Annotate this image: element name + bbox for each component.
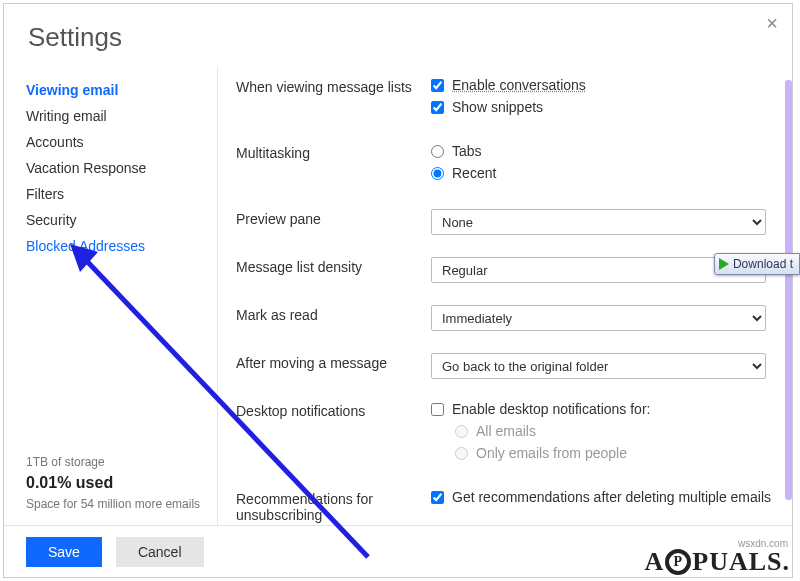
row-after-moving: After moving a message Go back to the or… (236, 353, 776, 379)
radio-recent[interactable]: Recent (431, 165, 776, 181)
radio-desktop-all-input[interactable] (455, 425, 468, 438)
storage-used: 0.01% used (26, 471, 209, 495)
row-preview-pane: Preview pane None (236, 209, 776, 235)
row-multitasking: Multitasking Tabs Recent (236, 143, 776, 187)
radio-tabs-label: Tabs (452, 143, 482, 159)
close-icon[interactable]: × (766, 12, 778, 35)
watermark-pre: A (644, 547, 664, 577)
checkbox-desktop-enable-label: Enable desktop notifications for: (452, 401, 650, 417)
checkbox-recommendations-input[interactable] (431, 491, 444, 504)
watermark-brand: A P PUALS. (644, 547, 790, 577)
label-preview-pane: Preview pane (236, 209, 431, 227)
gear-icon: P (665, 549, 691, 575)
sidebar-item-vacation-response[interactable]: Vacation Response (26, 155, 209, 181)
label-viewing-lists: When viewing message lists (236, 77, 431, 95)
label-mark-as-read: Mark as read (236, 305, 431, 323)
checkbox-show-snippets[interactable]: Show snippets (431, 99, 776, 115)
checkbox-enable-conversations-input[interactable] (431, 79, 444, 92)
settings-main: When viewing message lists Enable conver… (226, 67, 792, 525)
checkbox-desktop-enable[interactable]: Enable desktop notifications for: (431, 401, 776, 417)
select-mark-as-read[interactable]: Immediately (431, 305, 766, 331)
checkbox-recommendations[interactable]: Get recommendations after deleting multi… (431, 489, 776, 505)
play-icon (719, 258, 729, 270)
radio-recent-label: Recent (452, 165, 496, 181)
sidebar-item-viewing-email[interactable]: Viewing email (26, 77, 209, 103)
sidebar-item-filters[interactable]: Filters (26, 181, 209, 207)
row-desktop-notifications: Desktop notifications Enable desktop not… (236, 401, 776, 467)
label-desktop-notifications: Desktop notifications (236, 401, 431, 419)
radio-desktop-people[interactable]: Only emails from people (455, 445, 776, 461)
storage-total: 1TB of storage (26, 453, 209, 471)
storage-remaining: Space for 54 million more emails (26, 495, 209, 513)
checkbox-enable-conversations[interactable]: Enable conversations (431, 77, 776, 93)
radio-tabs-input[interactable] (431, 145, 444, 158)
storage-info: 1TB of storage 0.01% used Space for 54 m… (26, 443, 209, 525)
sidebar-item-blocked-addresses[interactable]: Blocked Addresses (26, 233, 209, 259)
checkbox-show-snippets-input[interactable] (431, 101, 444, 114)
radio-desktop-people-input[interactable] (455, 447, 468, 460)
download-badge-label: Download t (733, 257, 793, 271)
checkbox-recommendations-label: Get recommendations after deleting multi… (452, 489, 771, 505)
label-density: Message list density (236, 257, 431, 275)
radio-desktop-all-label: All emails (476, 423, 536, 439)
modal-body: Viewing email Writing email Accounts Vac… (4, 67, 792, 525)
sidebar-item-writing-email[interactable]: Writing email (26, 103, 209, 129)
watermark-post: PUALS. (692, 547, 790, 577)
sidebar-list: Viewing email Writing email Accounts Vac… (26, 77, 209, 443)
cancel-button[interactable]: Cancel (116, 537, 204, 567)
vertical-separator (217, 67, 218, 525)
settings-modal: × Settings Viewing email Writing email A… (3, 3, 793, 578)
radio-recent-input[interactable] (431, 167, 444, 180)
radio-desktop-people-label: Only emails from people (476, 445, 627, 461)
checkbox-enable-conversations-label: Enable conversations (452, 77, 586, 93)
radio-tabs[interactable]: Tabs (431, 143, 776, 159)
row-density: Message list density Regular (236, 257, 776, 283)
sidebar-item-security[interactable]: Security (26, 207, 209, 233)
row-recommendations: Recommendations for unsubscribing Get re… (236, 489, 776, 523)
save-button[interactable]: Save (26, 537, 102, 567)
radio-desktop-all[interactable]: All emails (455, 423, 776, 439)
download-badge[interactable]: Download t (714, 253, 800, 275)
sidebar: Viewing email Writing email Accounts Vac… (4, 67, 209, 525)
select-preview-pane[interactable]: None (431, 209, 766, 235)
scrollbar[interactable] (785, 80, 792, 500)
label-recommendations: Recommendations for unsubscribing (236, 489, 431, 523)
label-after-moving: After moving a message (236, 353, 431, 371)
row-viewing-lists: When viewing message lists Enable conver… (236, 77, 776, 121)
label-multitasking: Multitasking (236, 143, 431, 161)
row-mark-as-read: Mark as read Immediately (236, 305, 776, 331)
select-after-moving[interactable]: Go back to the original folder (431, 353, 766, 379)
page-title: Settings (4, 4, 792, 67)
checkbox-show-snippets-label: Show snippets (452, 99, 543, 115)
checkbox-desktop-enable-input[interactable] (431, 403, 444, 416)
sidebar-item-accounts[interactable]: Accounts (26, 129, 209, 155)
